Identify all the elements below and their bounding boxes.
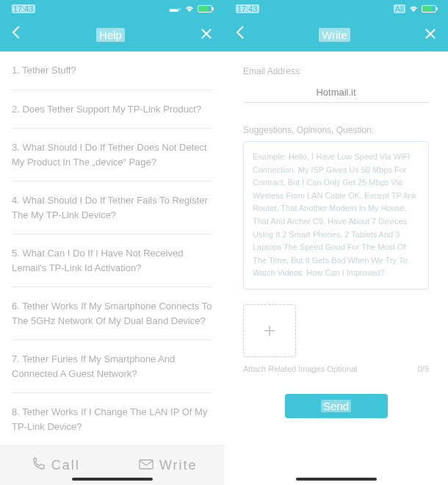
battery-icon — [422, 5, 436, 12]
nav-bar: Write — [224, 18, 448, 51]
envelope-icon — [139, 458, 153, 473]
nav-bar: Help — [0, 18, 224, 51]
faq-content[interactable]: 1. Tether Stuff? 2. Does Tether Support … — [0, 51, 224, 445]
battery-icon — [198, 5, 212, 12]
faq-item[interactable]: 8. Tether Works If I Change The LAN IP O… — [12, 393, 212, 445]
attach-info: Attach Related Images Optional 0/9 — [243, 364, 429, 373]
email-label: Email Address: — [243, 66, 429, 76]
status-bar: 17:43 All — [224, 0, 448, 18]
write-label: Write — [159, 458, 198, 473]
home-indicator[interactable] — [296, 478, 377, 481]
phone-icon — [32, 457, 46, 474]
status-time: 17:43 — [12, 4, 35, 13]
call-label: Call — [51, 458, 80, 473]
faq-list: 1. Tether Stuff? 2. Does Tether Support … — [0, 51, 224, 445]
faq-item[interactable]: 3. What Should I Do If Tether Does Not D… — [12, 129, 212, 182]
attach-label: Attach Related Images Optional — [243, 364, 357, 373]
help-screen: 17:43 ▬◦ Help 1. Tether Stuff? 2. Does T… — [0, 0, 224, 485]
write-content: Email Address: Hotmail.it Suggestions, O… — [224, 51, 448, 485]
back-icon[interactable] — [12, 25, 21, 44]
attach-counter: 0/9 — [418, 364, 429, 373]
send-label: Send — [321, 400, 351, 412]
suggestions-label: Suggestions, Opinions, Question: — [243, 125, 429, 135]
write-screen: 17:43 All Write Email Address: Hotmail.i… — [224, 0, 448, 485]
faq-item[interactable]: 1. Tether Stuff? — [12, 51, 212, 90]
suggestions-textarea[interactable]: Example: Hello, I Have Low Speed Via WiF… — [243, 141, 429, 290]
close-icon[interactable] — [200, 26, 212, 43]
wifi-icon — [184, 4, 195, 14]
plus-icon: + — [264, 319, 275, 342]
faq-item[interactable]: 2. Does Tether Support My TP-Link Produc… — [12, 90, 212, 129]
status-time: 17:43 — [236, 4, 259, 13]
faq-item[interactable]: 5. What Can I Do If I Have Not Received … — [12, 234, 212, 287]
status-icons: ▬◦ — [170, 4, 212, 14]
back-icon[interactable] — [236, 25, 245, 44]
signal-icon: ▬◦ — [170, 4, 181, 14]
nav-title: Write — [319, 28, 350, 42]
faq-item[interactable]: 4. What Should I Do If Tether Fails To R… — [12, 182, 212, 234]
faq-item[interactable]: 6. Tether Works If My Smartphone Connect… — [12, 287, 212, 340]
svg-rect-0 — [140, 460, 153, 469]
send-button[interactable]: Send — [285, 394, 388, 418]
close-icon[interactable] — [424, 26, 436, 43]
status-badge: All — [394, 4, 405, 13]
status-bar: 17:43 ▬◦ — [0, 0, 224, 18]
status-icons: All — [394, 4, 436, 14]
email-field[interactable]: Hotmail.it — [243, 82, 429, 103]
nav-title: Help — [96, 28, 125, 42]
home-indicator[interactable] — [72, 478, 153, 481]
attach-button[interactable]: + — [243, 304, 296, 357]
wifi-icon — [408, 4, 419, 14]
faq-item[interactable]: 7. Tether Furies If My Smartphone And Co… — [12, 340, 212, 393]
